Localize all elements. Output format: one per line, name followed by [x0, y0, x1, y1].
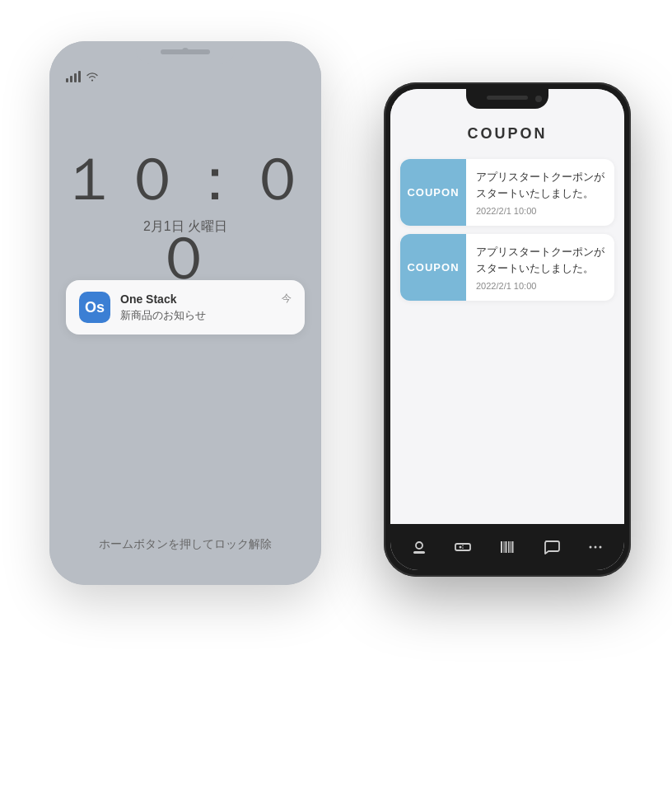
coupon-info-1: アプリスタートクーポンがスタートいたしました。 2022/2/1 10:00	[466, 159, 614, 226]
coupon-page-title: COUPON	[390, 112, 624, 152]
coupon-info-2: アプリスタートクーポンがスタートいたしました。 2022/2/1 10:00	[466, 234, 614, 301]
tab-coupon-icon[interactable]	[448, 532, 478, 562]
coupon-title-1: アプリスタートクーポンがスタートいたしました。	[476, 169, 604, 201]
svg-point-3	[460, 546, 462, 549]
coupon-item-2[interactable]: COUPON アプリスタートクーポンがスタートいたしました。 2022/2/1 …	[400, 234, 614, 301]
svg-point-12	[595, 546, 597, 549]
svg-rect-6	[503, 541, 504, 553]
coupon-date-1: 2022/2/1 10:00	[476, 206, 604, 216]
coupon-badge-1: COUPON	[400, 159, 466, 226]
speaker-left	[161, 49, 210, 54]
svg-point-0	[416, 542, 422, 549]
coupon-badge-2: COUPON	[400, 234, 466, 301]
svg-point-13	[600, 546, 602, 549]
tab-more-icon[interactable]	[581, 532, 610, 562]
app-content: COUPON COUPON アプリスタートクーポンがスタートいたしました。 20…	[390, 89, 624, 524]
notification-body: 新商品のお知らせ	[120, 308, 292, 323]
home-prompt: ホームボタンを押してロック解除	[49, 537, 321, 552]
lock-date: 2月1日 火曜日	[49, 218, 321, 236]
tab-chat-icon[interactable]	[537, 532, 567, 562]
speaker-right	[487, 96, 528, 100]
tab-bar	[390, 524, 624, 570]
right-phone: COUPON COUPON アプリスタートクーポンがスタートいたしました。 20…	[384, 82, 631, 577]
status-bar-left	[66, 71, 305, 82]
app-screen: COUPON COUPON アプリスタートクーポンがスタートいたしました。 20…	[390, 89, 624, 570]
tab-stamp-icon[interactable]	[404, 532, 434, 562]
notification-app-name: One Stack	[120, 292, 176, 306]
coupon-date-2: 2022/2/1 10:00	[476, 281, 604, 291]
coupon-title-2: アプリスタートクーポンがスタートいたしました。	[476, 244, 604, 276]
camera-icon	[535, 96, 542, 102]
svg-rect-1	[413, 551, 425, 554]
signal-icon	[66, 71, 81, 82]
coupon-item[interactable]: COUPON アプリスタートクーポンがスタートいたしました。 2022/2/1 …	[400, 159, 614, 226]
notch-right	[466, 89, 548, 109]
notification-card: Os One Stack 今 新商品のお知らせ	[66, 280, 305, 335]
svg-point-11	[590, 546, 592, 549]
svg-rect-5	[501, 541, 502, 553]
notch-left	[136, 41, 235, 64]
tab-barcode-icon[interactable]	[492, 532, 522, 562]
scene: １０：００ 2月1日 火曜日 Os One Stack 今 新商品のお知らせ ホ…	[0, 0, 672, 786]
app-icon: Os	[79, 292, 110, 323]
svg-rect-8	[508, 541, 510, 553]
svg-rect-9	[510, 541, 511, 553]
svg-rect-7	[505, 541, 506, 553]
notification-content: One Stack 今 新商品のお知らせ	[120, 292, 292, 323]
svg-rect-2	[455, 544, 470, 550]
coupon-list: COUPON アプリスタートクーポンがスタートいたしました。 2022/2/1 …	[390, 152, 624, 307]
notification-timestamp: 今	[282, 292, 292, 306]
svg-rect-10	[511, 541, 513, 553]
left-phone: １０：００ 2月1日 火曜日 Os One Stack 今 新商品のお知らせ ホ…	[49, 41, 321, 585]
wifi-icon	[86, 72, 99, 82]
